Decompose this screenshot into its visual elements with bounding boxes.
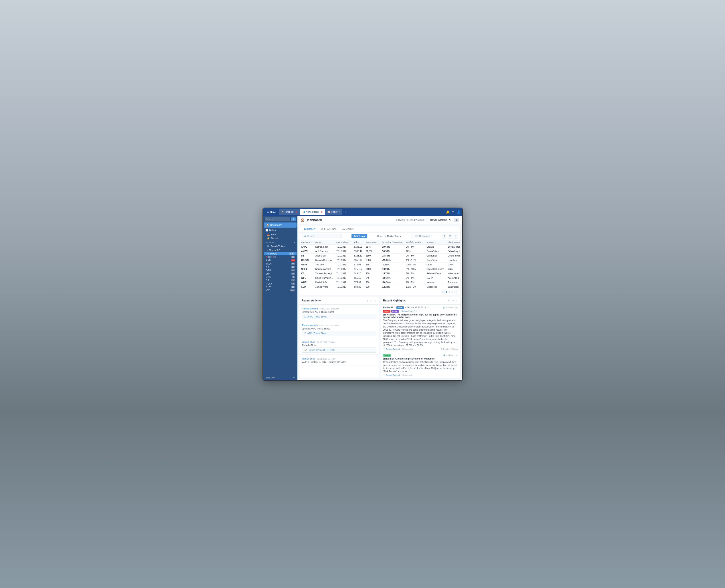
sidebar-notes-label: Notes bbox=[270, 229, 276, 231]
settings-gear-icon[interactable]: ⚙ bbox=[293, 376, 295, 379]
table-filter-button[interactable]: ▽ bbox=[448, 234, 452, 238]
menu-icon: ☰ bbox=[266, 210, 269, 214]
header-settings-button[interactable]: ⚙ bbox=[454, 218, 459, 222]
chevron-down-icon: ▾ bbox=[400, 235, 401, 237]
data-table: Company ↕ Owner ↕ Last Updated ↕ Price ↕… bbox=[299, 240, 460, 289]
sidebar-ticker-vw[interactable]: VW 178 bbox=[263, 289, 297, 292]
sidebar-ticker-googl[interactable]: GOOGL 29 bbox=[263, 255, 297, 259]
sidebar-ticker-ubs[interactable]: UBS 3 bbox=[263, 275, 297, 279]
sidebar-ticker-jhk[interactable]: JHK 75 bbox=[263, 272, 297, 275]
tab-valuation[interactable]: VALUATION bbox=[339, 226, 357, 232]
comments-link-1[interactable]: 3 Comments bbox=[402, 348, 413, 350]
activity-filter-icon[interactable]: ▽ bbox=[370, 299, 372, 302]
highlights-filter-icon[interactable]: ▽ bbox=[452, 299, 454, 302]
tab-operational[interactable]: OPERATIONAL bbox=[318, 226, 339, 232]
sidebar-newest[interactable]: ↕ Newest AZ bbox=[263, 248, 297, 252]
tickers-section-label: TICKERS ▾ bbox=[263, 240, 297, 245]
group-by-dropdown[interactable]: Group by Market Cap ▾ bbox=[377, 235, 401, 237]
col-owner: Owner ↕ bbox=[314, 240, 335, 245]
sidebar-all-tickers[interactable]: All Tickers 325 bbox=[264, 252, 297, 255]
table-row[interactable]: WMT Daniel Sofer 7/11/2017 $75.32 $60 -2… bbox=[299, 280, 460, 285]
sidebar-item-dashboard[interactable]: 🏠 Dashboard bbox=[264, 223, 297, 228]
expand-snippet-button-2[interactable]: ▼ Expand Snippet bbox=[383, 374, 400, 376]
activity-expand-icon[interactable]: ⤢ bbox=[374, 299, 377, 302]
sidebar-ticker-cs[interactable]: CS 38 bbox=[263, 279, 297, 282]
external-link-icon-1[interactable]: ↗ bbox=[427, 307, 429, 309]
tab-summary[interactable]: SUMMARY bbox=[302, 226, 318, 232]
activity-card-3[interactable]: 📝 Fintech Trends US Q1 2017 bbox=[302, 348, 377, 353]
sidebar-item-notes[interactable]: 📄 Notes bbox=[263, 228, 297, 233]
recent-highlights-section: Recent Highlights ⚙ ▽ ⤢ Florian M. | bbox=[381, 297, 461, 378]
highlights-settings-icon[interactable]: ⚙ bbox=[448, 299, 451, 302]
recent-activity-section: Recent Activity ⚙ ▽ ⤢ Florian Menevis · … bbox=[299, 297, 379, 378]
sidebar-dashboard-label: Dashboard bbox=[270, 224, 282, 226]
doc-icon-2: 🗒 bbox=[304, 332, 306, 335]
sidebar-ticker-gtu[interactable]: GTU 11 bbox=[263, 269, 297, 272]
activity-settings-icon[interactable]: ⚙ bbox=[366, 299, 369, 302]
add-ticker-button[interactable]: Add Ticker bbox=[351, 234, 367, 238]
table-search-box[interactable]: 🔍 Search... bbox=[302, 234, 342, 238]
tab-news-stream-label: News Stream bbox=[306, 211, 319, 213]
consensus-toggle[interactable]: Consensus bbox=[411, 234, 432, 238]
help-icon[interactable]: ? bbox=[452, 210, 454, 214]
table-row[interactable]: XOM James White 7/11/2017 $80.20 $90 12.… bbox=[299, 285, 460, 289]
table-row[interactable]: VZ Youssef Essaegh 7/11/2017 $43.20 $50 … bbox=[299, 271, 460, 276]
star-icon: ⭐ bbox=[267, 237, 270, 239]
add-tab-button[interactable]: + bbox=[343, 210, 347, 214]
user-icon[interactable]: 👤 bbox=[457, 210, 461, 214]
delete-button-1[interactable]: 🗑 Delete bbox=[441, 348, 449, 350]
user-name: John Doe bbox=[265, 376, 275, 379]
expand-snippet-button-1[interactable]: ▼ Expand Snippet bbox=[383, 348, 400, 350]
sidebar-add-button[interactable]: + bbox=[291, 217, 295, 221]
col-company: Company ↕ bbox=[299, 240, 314, 245]
tab-notebook[interactable]: 📓 Notebook 📌 bbox=[279, 209, 300, 215]
tab-close-icon[interactable]: ✕ bbox=[338, 211, 340, 213]
activity-card-2[interactable]: 🗒 AAPL Thesis Sheet bbox=[302, 331, 377, 336]
table-row[interactable]: AMZN Arib Rahman 7/11/2017 $996.47 $1,50… bbox=[299, 249, 460, 253]
col-strategy: Strategy ↕ bbox=[425, 240, 446, 245]
bell-icon[interactable]: 🔔 bbox=[446, 210, 450, 214]
table-row[interactable]: GOOGL Nicolas Carreras 7/11/2017 $950.12… bbox=[299, 258, 460, 262]
show-all-tags[interactable]: Show All Tags (11) bbox=[401, 310, 417, 312]
sidebar-ticker-rdch[interactable]: RDCH 28 bbox=[263, 282, 297, 286]
tab-news-stream[interactable]: 📊 News Stream 📌 bbox=[300, 209, 325, 215]
dashboard-icon: 🏠 bbox=[266, 224, 269, 227]
activity-card-1[interactable]: 🗒 AAPL Thesis Sheet bbox=[302, 314, 377, 319]
search-input[interactable] bbox=[265, 217, 291, 221]
page-dot-1[interactable] bbox=[446, 291, 447, 293]
col-weight: Portfolio Weight ↕ bbox=[404, 240, 425, 245]
table-row[interactable]: FB Alap Shah 7/11/2017 $153.50 $190 23.8… bbox=[299, 253, 460, 258]
sidebar-ticker-tsla[interactable]: TSLA 38 bbox=[263, 262, 297, 266]
comments-link-2[interactable]: 1 Comment bbox=[402, 374, 412, 376]
tickers-collapse-icon[interactable]: ▾ bbox=[294, 241, 295, 244]
page-dot-2[interactable] bbox=[448, 291, 450, 293]
table-body: AAPL Naman Shah 7/11/2017 $145.06 $175 2… bbox=[299, 245, 460, 289]
table-row[interactable]: WFC Manoj Parvaten... 7/11/2017 $55.59 $… bbox=[299, 276, 460, 280]
prev-page-button[interactable]: ‹ bbox=[441, 290, 445, 294]
sidebar-ticker-nov[interactable]: NOV 11 bbox=[263, 286, 297, 289]
notes-icon: 📄 bbox=[265, 229, 268, 232]
watchlist-select[interactable]: Followed Watchlist bbox=[426, 218, 452, 222]
sidebar-ticker-aapl[interactable]: AAPL 11 bbox=[263, 259, 297, 262]
table-settings-button[interactable]: ⚙ bbox=[442, 234, 447, 238]
table-header-row: Company ↕ Owner ↕ Last Updated ↕ Price ↕… bbox=[299, 240, 460, 245]
col-price: Price ↕ bbox=[353, 240, 364, 245]
sidebar-item-inbox[interactable]: 📥 Inbox bbox=[263, 233, 297, 236]
pin-icon: 📌 bbox=[295, 211, 297, 213]
page-dot-3[interactable] bbox=[451, 291, 453, 293]
table-expand-button[interactable]: ⤢ bbox=[453, 234, 458, 238]
table-row[interactable]: MSFT Jed Gore 7/11/2017 $70.02 $65 -7.20… bbox=[299, 262, 460, 267]
tab-plotter[interactable]: 📈 Plotter ✕ bbox=[325, 209, 342, 215]
highlights-expand-icon[interactable]: ⤢ bbox=[455, 299, 458, 302]
sidebar-search-tickers[interactable]: 🔍 Search Tickers bbox=[263, 245, 297, 248]
sidebar-ticker-abl[interactable]: ABL 26 bbox=[263, 266, 297, 269]
table-row[interactable]: NFLX Nauman Ahmed 7/11/2017 $152.57 $180… bbox=[299, 267, 460, 271]
highlights-section-icons: ⚙ ▽ ⤢ bbox=[448, 299, 458, 302]
table-row[interactable]: AAPL Naman Shah 7/11/2017 $145.06 $175 2… bbox=[299, 245, 460, 249]
note-icon: 📝 bbox=[304, 349, 307, 351]
copy-button-1[interactable]: 📋 Copy bbox=[450, 348, 458, 350]
menu-button[interactable]: ☰ Menu bbox=[265, 210, 278, 214]
sidebar-item-starred[interactable]: ⭐ Starred bbox=[263, 236, 297, 240]
next-page-button[interactable]: › bbox=[454, 290, 458, 294]
toggle-switch[interactable] bbox=[413, 235, 418, 237]
